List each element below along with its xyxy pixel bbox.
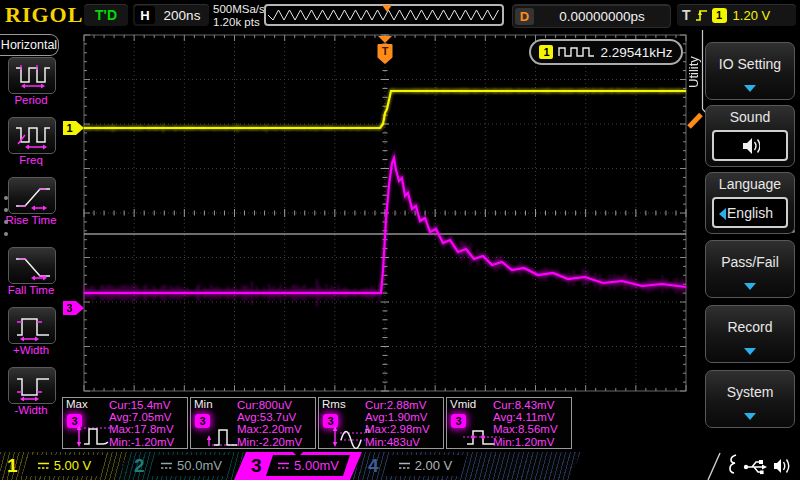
frequency-counter-badge: 1 2.29541kHz — [529, 39, 683, 65]
chevron-down-icon — [744, 283, 756, 290]
sidebar-item-label: IO Setting — [706, 56, 794, 72]
sidebar-item-io-setting[interactable]: IO Setting — [705, 42, 795, 100]
chevron-down-icon — [744, 85, 756, 92]
language-value: English — [727, 205, 773, 221]
sidebar-tab-utility: Utility — [686, 40, 702, 104]
svg-text:1: 1 — [66, 122, 72, 134]
channel-1-position-marker[interactable]: 1 — [63, 121, 84, 135]
freq-counter-channel-badge: 1 — [539, 45, 553, 59]
sidebar-item-record[interactable]: Record — [705, 305, 795, 363]
channel-3-position-marker[interactable]: 3 — [63, 301, 84, 315]
square-wave-icon — [558, 46, 595, 58]
sidebar-item-label: System — [706, 384, 794, 400]
sidebar-item-pass-fail[interactable]: Pass/Fail — [705, 240, 795, 298]
svg-text:3: 3 — [66, 302, 72, 314]
sidebar-item-label: Sound — [706, 109, 794, 125]
trigger-position-marker[interactable]: T — [378, 36, 393, 64]
sidebar-item-label: Pass/Fail — [706, 254, 794, 270]
graticule: 13T — [0, 0, 800, 480]
trigger-level-marker[interactable] — [689, 115, 701, 128]
measure-menu-title: Horizontal — [0, 34, 59, 56]
speaker-icon — [741, 137, 760, 155]
svg-text:T: T — [382, 45, 389, 57]
trace-1: 1 — [63, 87, 686, 135]
sidebar-item-label: Language — [706, 176, 794, 192]
chevron-down-icon — [744, 413, 756, 420]
sidebar-item-system[interactable]: System — [705, 370, 795, 428]
sidebar-item-sound[interactable]: Sound — [705, 105, 795, 167]
sidebar-item-language[interactable]: LanguageEnglish — [705, 172, 795, 234]
sound-indicator[interactable] — [712, 130, 788, 161]
chevron-left-icon — [719, 208, 726, 220]
trace-3: 3 — [63, 156, 686, 315]
language-select[interactable]: English — [712, 197, 788, 228]
chevron-down-icon — [744, 348, 756, 355]
sidebar-item-label: Record — [706, 319, 794, 335]
oscilloscope-screen: RIGOL T'D H 200ns 500MSa/s 1.20k pts D 0… — [0, 0, 800, 480]
freq-counter-value: 2.29541kHz — [600, 45, 672, 60]
